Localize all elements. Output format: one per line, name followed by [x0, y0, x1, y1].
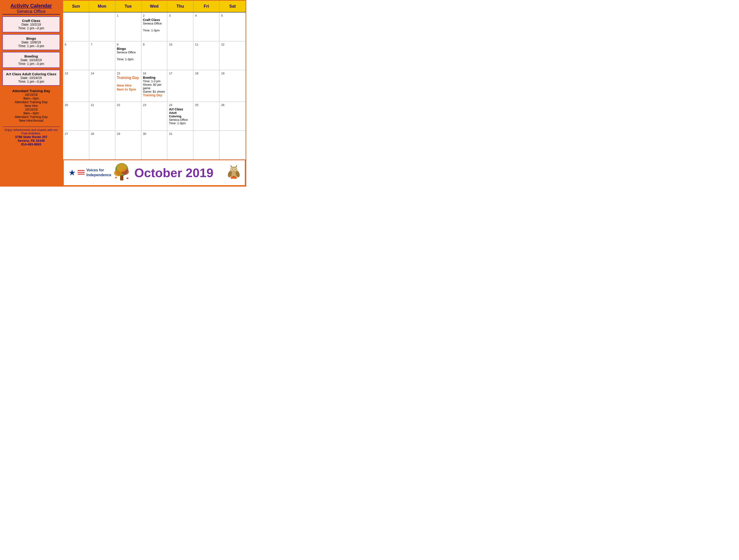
training-line-1: 9am—5pm — [23, 97, 39, 100]
table-row: 17 — [167, 70, 193, 102]
svg-point-18 — [232, 169, 233, 170]
table-row — [219, 131, 246, 160]
footer-address2: Seneca, PA 16346 — [2, 139, 60, 143]
table-row: 15 Training Day New Hire 9am to 5pm — [115, 70, 141, 102]
table-row — [193, 131, 219, 160]
craft-class-card: Craft Class Date: 10/2/19 Time: 1 pm –3 … — [2, 16, 60, 32]
table-row: 20 — [63, 102, 89, 131]
autumn-tree-icon — [114, 163, 130, 183]
bingo-card: Bingo Date: 10/8/19 Time: 1 pm –3 pm — [2, 34, 60, 50]
footer-month-title: October 2019 — [134, 166, 213, 180]
table-row: 27 — [63, 131, 89, 160]
table-row: 22 — [115, 102, 141, 131]
owl-svg — [228, 165, 240, 179]
footer-phone: 814-493-8693 — [2, 143, 60, 146]
tree-svg — [114, 163, 130, 181]
sidebar-subtitle: Seneca Office — [2, 9, 60, 14]
owl-icon — [228, 165, 240, 181]
sidebar-footer: Enjoy refreshments and snacks with our F… — [2, 127, 60, 146]
training-day-wed-label: Training Day — [143, 93, 166, 97]
table-row: 26 — [219, 102, 246, 131]
table-row: 5 — [219, 12, 246, 41]
art-class-time: Time: 1 pm –3 pm — [18, 80, 44, 83]
training-title: Attendant Training Day — [3, 89, 59, 93]
table-row: 14 — [89, 70, 115, 102]
header-mon: Mon — [89, 1, 115, 12]
table-row: 23 — [141, 102, 167, 131]
table-row: 2 Craft Class Seneca Office Time: 1-3pm — [141, 12, 167, 41]
craft-class-time: Time: 1 pm –3 pm — [18, 26, 44, 30]
table-row: 6 — [63, 41, 89, 70]
table-row: 4 — [193, 12, 219, 41]
svg-point-7 — [117, 164, 127, 172]
training-line-3: New Hire — [24, 104, 38, 108]
footer-enjoy-text: Enjoy refreshments and snacks with our F… — [5, 128, 58, 135]
table-row — [63, 12, 89, 41]
header-sun: Sun — [63, 1, 89, 12]
svg-rect-24 — [233, 176, 234, 177]
calendar-main: Sun Mon Tue Wed Thu Fri Sat 1 2 Craft Cl… — [62, 0, 246, 187]
bingo-time: Time: 1 pm –3 pm — [18, 44, 44, 48]
header-tue: Tue — [115, 1, 141, 12]
bingo-title: Bingo — [5, 36, 57, 40]
table-row: 25 — [193, 102, 219, 131]
table-row: 19 — [219, 70, 246, 102]
training-line-7: New Hire/Annual — [19, 119, 43, 123]
table-row: 12 — [219, 41, 246, 70]
training-line-4: 10/16/19 — [25, 108, 38, 111]
table-row: 21 — [89, 102, 115, 131]
table-row: 29 — [115, 131, 141, 160]
craft-class-title: Craft Class — [5, 19, 57, 23]
craft-class-date: Date: 10/2/19 — [21, 23, 41, 26]
art-class-title: Art Class Adult Coloring Class — [5, 72, 57, 76]
svg-marker-13 — [236, 165, 237, 167]
bowling-date: Date: 10/16/19 — [21, 58, 42, 62]
table-row: 30 — [141, 131, 167, 160]
training-section: Attendant Training Day 10/15/19 9am—5pm … — [2, 87, 60, 124]
table-row: 1 — [115, 12, 141, 41]
table-row: 10 — [167, 41, 193, 70]
table-row: 24 Art Class Adult Coloring Seneca Offic… — [167, 102, 193, 131]
logo-text: Voices for Independence — [87, 168, 111, 178]
training-line-5: 9am—5pm — [23, 111, 39, 115]
calendar-grid: 1 2 Craft Class Seneca Office Time: 1-3p… — [63, 12, 246, 160]
svg-point-8 — [115, 176, 117, 179]
table-row — [89, 12, 115, 41]
calendar-header: Sun Mon Tue Wed Thu Fri Sat — [63, 1, 246, 12]
svg-rect-3 — [120, 175, 123, 180]
footer-logo: ★ Voices for Independence — [68, 168, 111, 178]
table-row: 16 Bowling Time: 1-3 pm Shoes: $2 per ga… — [141, 70, 167, 102]
header-fri: Fri — [193, 1, 219, 12]
training-line-0: 10/15/19 — [25, 93, 38, 97]
footer-address1: 3798 State Route 257 — [2, 135, 60, 139]
training-line-6: Attendant Training Day — [15, 115, 47, 119]
sidebar-title: Activity Calendar Seneca Office — [2, 3, 60, 15]
new-hire-time-label: 9am to 5pm — [117, 87, 140, 91]
stripes-decoration — [78, 168, 85, 177]
table-row: 28 — [89, 131, 115, 160]
header-wed: Wed — [141, 1, 167, 12]
svg-point-19 — [235, 169, 236, 170]
star-icon: ★ — [68, 169, 76, 177]
table-row: 13 — [63, 70, 89, 102]
bingo-date: Date: 10/8/19 — [21, 40, 41, 44]
bowling-time: Time: 1 pm –3 pm — [18, 62, 44, 65]
bowling-title: Bowling — [5, 54, 57, 58]
calendar-footer: ★ Voices for Independence — [63, 160, 246, 186]
art-class-card: Art Class Adult Coloring Class Date: 10/… — [2, 70, 60, 86]
art-class-date: Date: 10/24/19 — [21, 76, 42, 80]
table-row: 18 — [193, 70, 219, 102]
table-row: 7 — [89, 41, 115, 70]
header-sat: Sat — [219, 1, 246, 12]
table-row: 3 — [167, 12, 193, 41]
table-row: 31 — [167, 131, 193, 160]
training-line-2: Attendant Training Day — [15, 100, 47, 104]
table-row: 11 — [193, 41, 219, 70]
table-row: 9 — [141, 41, 167, 70]
sidebar-main-title: Activity Calendar — [2, 3, 60, 9]
training-day-label: Training Day — [117, 76, 140, 80]
svg-marker-12 — [230, 165, 232, 167]
header-thu: Thu — [167, 1, 193, 12]
svg-point-9 — [126, 177, 129, 179]
table-row: 8 Bingo Seneca Office Time: 1-3pm — [115, 41, 141, 70]
